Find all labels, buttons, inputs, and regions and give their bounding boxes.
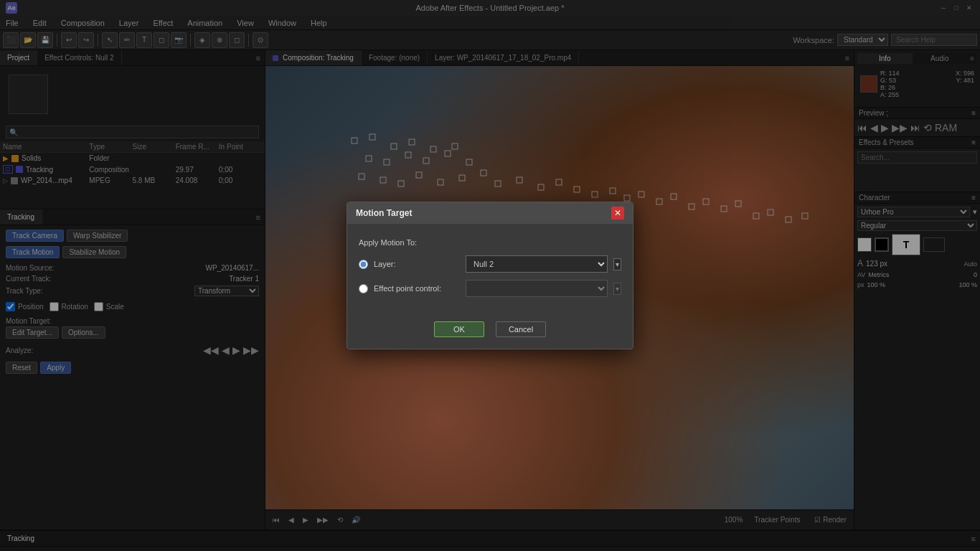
dialog-title: Motion Target <box>356 208 412 218</box>
layer-select[interactable]: Null 2 <box>466 255 608 273</box>
layer-radio[interactable] <box>359 260 368 269</box>
dialog-close-button[interactable]: ✕ <box>611 207 624 220</box>
dialog-section-title: Apply Motion To: <box>359 238 621 247</box>
dialog-cancel-button[interactable]: Cancel <box>496 321 546 337</box>
effect-point-radio[interactable] <box>359 284 368 293</box>
layer-radio-row: Layer: Null 2 ▾ <box>359 255 621 273</box>
dialog-title-bar: Motion Target ✕ <box>347 202 633 224</box>
modal-overlay: Motion Target ✕ Apply Motion To: Layer: … <box>0 0 980 551</box>
layer-select-arrow[interactable]: ▾ <box>613 258 621 270</box>
effect-point-select-arrow[interactable]: ▾ <box>613 283 621 295</box>
dialog-body: Apply Motion To: Layer: Null 2 ▾ Effect … <box>347 224 633 316</box>
motion-target-dialog: Motion Target ✕ Apply Motion To: Layer: … <box>347 202 633 349</box>
dialog-buttons: OK Cancel <box>347 316 633 349</box>
layer-radio-label: Layer: <box>374 260 460 268</box>
effect-point-radio-row: Effect point control: ▾ <box>359 280 621 297</box>
effect-point-select[interactable] <box>466 280 608 297</box>
dialog-ok-button[interactable]: OK <box>434 321 484 337</box>
effect-point-radio-label: Effect point control: <box>374 284 460 293</box>
